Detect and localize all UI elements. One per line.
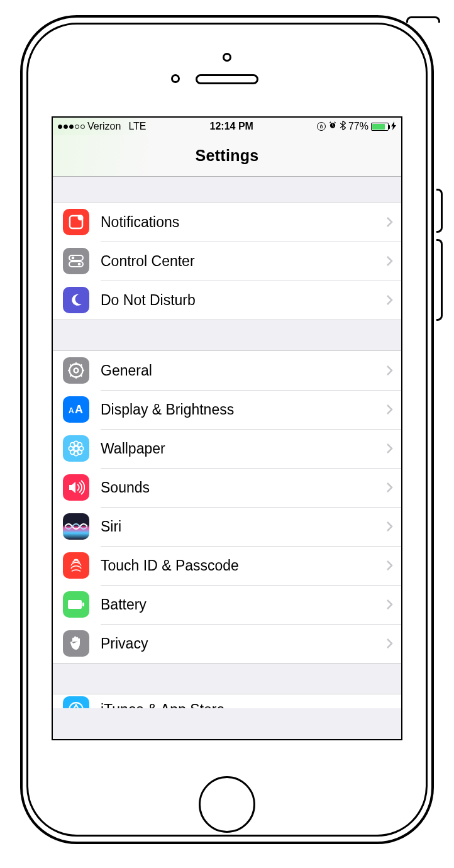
notifications-icon [63,209,89,235]
network-label: LTE [128,121,146,132]
chevron-right-icon [386,365,394,376]
speaker-icon [63,474,89,501]
battery-icon [371,123,389,131]
row-label: Control Center [101,253,386,270]
svg-point-5 [72,257,75,260]
svg-line-17 [80,365,82,366]
phone-sensor-dot [223,53,231,62]
row-label: Touch ID & Passcode [101,557,386,574]
row-general[interactable]: General [53,351,401,390]
row-notifications[interactable]: Notifications [53,203,401,242]
phone-side-button-2 [436,239,443,321]
row-label: Notifications [101,214,386,231]
bluetooth-icon [340,121,346,133]
hand-icon [63,630,89,657]
row-wallpaper[interactable]: Wallpaper [53,429,401,468]
battery-percent: 77% [348,121,368,132]
row-battery[interactable]: Battery [53,585,401,624]
group-separator [53,177,401,202]
status-bar: Verizon LTE 12:14 PM 77% [53,118,401,135]
row-label: Do Not Disturb [101,292,386,309]
chevron-right-icon [386,294,394,306]
phone-top-button [406,16,440,23]
row-label: Wallpaper [101,440,386,457]
chevron-right-icon [386,521,394,532]
row-siri[interactable]: Siri [53,507,401,546]
svg-line-14 [70,365,72,366]
gear-icon [63,357,89,384]
phone-speaker [196,74,258,84]
row-do-not-disturb[interactable]: Do Not Disturb [53,281,401,320]
svg-text:A: A [69,406,74,415]
chevron-right-icon [386,599,394,610]
svg-line-15 [80,375,82,376]
battery-settings-icon [63,591,89,618]
chevron-right-icon [386,404,394,415]
chevron-right-icon [386,482,394,493]
row-itunes-app-store[interactable]: iTunes & App Store [53,694,401,708]
flower-icon [63,435,89,462]
rotation-lock-icon [317,122,326,131]
row-label: iTunes & App Store [101,701,394,709]
svg-rect-4 [69,255,83,260]
row-privacy[interactable]: Privacy [53,624,401,663]
moon-icon [63,287,89,313]
text-size-icon: AA [63,396,89,423]
chevron-right-icon [386,443,394,454]
row-sounds[interactable]: Sounds [53,468,401,507]
svg-line-16 [70,375,72,376]
svg-rect-30 [82,603,84,606]
settings-group-1: Notifications Control Center Do Not Dist… [53,202,401,320]
control-center-icon [63,248,89,274]
carrier-label: Verizon [87,121,121,132]
group-separator [53,320,401,350]
page-title: Settings [195,147,258,165]
row-label: Display & Brightness [101,401,386,418]
status-time: 12:14 PM [147,121,317,132]
charging-icon [391,121,396,132]
settings-group-2: General AA Display & Brightness Wallpape… [53,350,401,664]
row-label: Battery [101,596,386,613]
group-separator [53,664,401,694]
chevron-right-icon [386,560,394,571]
svg-point-9 [74,369,79,373]
row-label: General [101,362,386,379]
svg-rect-0 [320,126,322,128]
screen: Verizon LTE 12:14 PM 77% Settings [52,116,402,740]
chevron-right-icon [386,216,394,228]
row-control-center[interactable]: Control Center [53,242,401,281]
svg-point-20 [74,447,79,451]
row-display-brightness[interactable]: AA Display & Brightness [53,390,401,429]
svg-rect-29 [68,600,82,609]
settings-group-3: iTunes & App Store [53,694,401,708]
nav-header: Settings [53,135,401,177]
siri-icon [63,513,89,540]
signal-strength-icon [58,125,85,129]
svg-rect-6 [69,262,83,267]
svg-point-7 [78,263,81,266]
svg-point-3 [78,215,84,221]
chevron-right-icon [386,255,394,267]
row-label: Siri [101,518,386,535]
app-store-icon [63,696,89,708]
chevron-right-icon [386,638,394,649]
row-touch-id-passcode[interactable]: Touch ID & Passcode [53,546,401,585]
svg-text:A: A [75,403,83,416]
alarm-icon [328,121,337,132]
fingerprint-icon [63,552,89,579]
row-label: Privacy [101,635,386,652]
phone-home-button[interactable] [199,776,255,833]
phone-side-button-1 [436,189,443,233]
phone-camera-dot [171,74,180,83]
row-label: Sounds [101,479,386,496]
